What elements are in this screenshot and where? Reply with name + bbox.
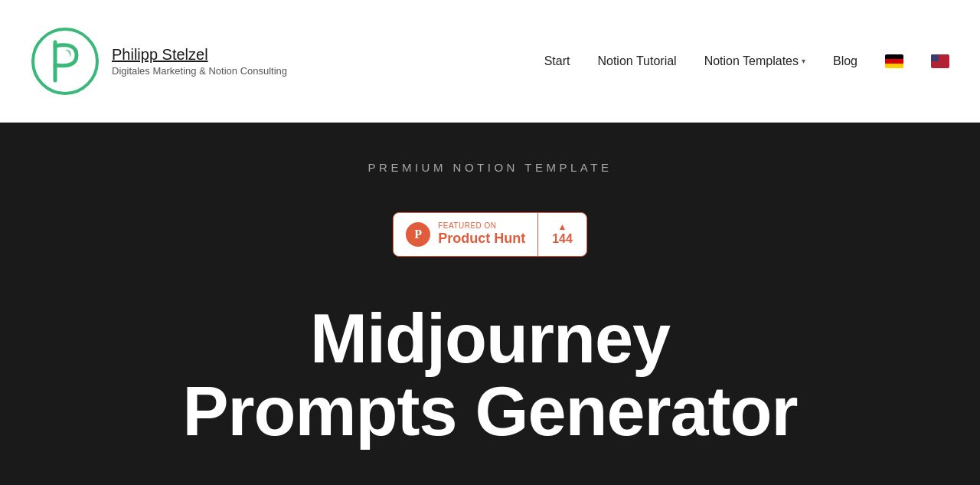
hero-title: Midjourney Prompts Generator — [182, 303, 797, 447]
logo-name: Philipp Stelzel — [112, 46, 287, 64]
nav-start[interactable]: Start — [544, 54, 570, 68]
hero-title-line2: Prompts Generator — [182, 373, 797, 450]
nav-blog[interactable]: Blog — [833, 54, 858, 68]
ph-logo-circle: P — [406, 222, 430, 247]
ph-featured-label: FEATURED ON — [438, 221, 525, 231]
logo-text-group: Philipp Stelzel Digitales Marketing & No… — [112, 46, 287, 77]
logo-subtitle: Digitales Marketing & Notion Consulting — [112, 65, 287, 77]
ph-left-section: P FEATURED ON Product Hunt — [394, 213, 538, 256]
us-flag-icon[interactable] — [931, 54, 949, 68]
site-header: Philipp Stelzel Digitales Marketing & No… — [0, 0, 980, 123]
ph-text-group: FEATURED ON Product Hunt — [438, 221, 525, 247]
chevron-down-icon: ▾ — [802, 57, 805, 65]
svg-point-0 — [33, 29, 97, 93]
hero-section: PREMIUM NOTION TEMPLATE P FEATURED ON Pr… — [0, 123, 980, 485]
logo-link[interactable]: Philipp Stelzel Digitales Marketing & No… — [31, 27, 287, 96]
product-hunt-badge[interactable]: P FEATURED ON Product Hunt ▲ 144 — [393, 212, 587, 257]
ph-arrow-icon: ▲ — [558, 222, 567, 231]
de-flag-icon[interactable] — [885, 54, 903, 68]
main-nav: Start Notion Tutorial Notion Templates ▾… — [544, 54, 949, 68]
nav-notion-tutorial[interactable]: Notion Tutorial — [597, 54, 676, 68]
ph-count: 144 — [552, 231, 573, 246]
nav-notion-templates[interactable]: Notion Templates ▾ — [704, 54, 805, 68]
ph-product-hunt-text: Product Hunt — [438, 231, 525, 247]
hero-title-line1: Midjourney — [310, 300, 670, 377]
hero-label: PREMIUM NOTION TEMPLATE — [368, 161, 612, 174]
ph-right-section: ▲ 144 — [538, 222, 586, 246]
logo-icon — [31, 27, 100, 96]
